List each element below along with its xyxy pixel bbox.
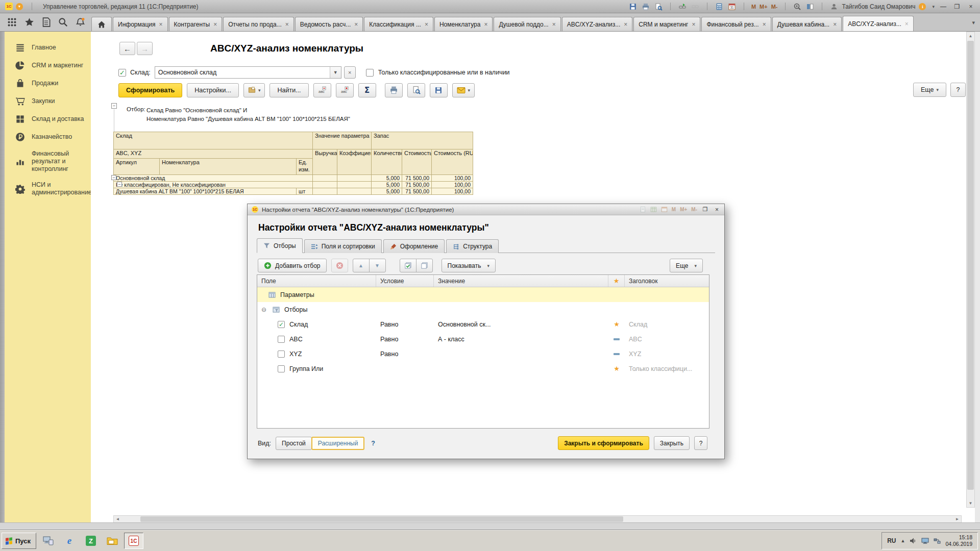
- show-mode-button[interactable]: Показывать ▾: [442, 259, 496, 272]
- tab-informaciya[interactable]: Информация×: [113, 17, 168, 31]
- generate-button[interactable]: Сформировать: [118, 83, 182, 97]
- row-toggle-unclassified[interactable]: −: [117, 182, 122, 187]
- restore-button[interactable]: ❐: [952, 3, 962, 10]
- dialog-memory-m[interactable]: M: [672, 207, 676, 212]
- sidebar-item-finrezultat[interactable]: Финансовый результат и контроллинг: [5, 146, 91, 177]
- memory-mplus-button[interactable]: M+: [760, 4, 768, 10]
- row-checkbox-checked[interactable]: ✓: [278, 321, 285, 328]
- tab-close-icon[interactable]: ×: [763, 22, 766, 27]
- sidebar-item-prodazhi[interactable]: Продажи: [5, 74, 91, 92]
- tab-close-icon[interactable]: ×: [905, 21, 909, 27]
- dialog-calendar-icon[interactable]: [661, 206, 668, 213]
- dialog-doc-icon[interactable]: [640, 206, 646, 213]
- report-variants-button[interactable]: ▾: [243, 83, 265, 97]
- network-icon[interactable]: [934, 538, 941, 544]
- sum-button[interactable]: Σ: [358, 83, 376, 97]
- cell-qty[interactable]: 5,000: [372, 182, 402, 188]
- tab-close-icon[interactable]: ×: [159, 22, 162, 27]
- tab-dushevoj-poddon[interactable]: Душевой поддо...×: [494, 17, 560, 31]
- report-more-button[interactable]: Еще ▾: [913, 83, 946, 97]
- split-view-icon[interactable]: [805, 2, 815, 11]
- tab-klassifikaciya[interactable]: Классификация ...×: [364, 17, 433, 31]
- taskbar-z-app-icon[interactable]: Z: [81, 533, 101, 549]
- start-button[interactable]: Пуск: [2, 533, 36, 549]
- move-up-button[interactable]: ▲: [353, 259, 370, 272]
- row-checkbox[interactable]: [278, 336, 285, 343]
- cell-header[interactable]: Склад: [625, 317, 709, 332]
- taskbar-folder-icon[interactable]: [103, 533, 122, 549]
- calculator-icon[interactable]: [715, 2, 724, 11]
- dialog-close-button-bottom[interactable]: Закрыть: [654, 436, 690, 450]
- table-row-group-unclassified[interactable]: Не классифицирован, Не классифицирован: [114, 182, 313, 188]
- vertical-scrollbar[interactable]: ▲ ▼: [966, 32, 975, 508]
- table-row-group-warehouse[interactable]: Основновной склад: [114, 175, 313, 182]
- memory-mminus-button[interactable]: M-: [771, 4, 778, 10]
- sidebar-item-crm[interactable]: CRM и маркетинг: [5, 57, 91, 74]
- tab-close-icon[interactable]: ×: [425, 22, 428, 27]
- minimize-button[interactable]: —: [938, 3, 948, 10]
- close-button[interactable]: ×: [966, 3, 976, 10]
- tab-overflow-icon[interactable]: ▾: [972, 19, 980, 31]
- dialog-tab-polya[interactable]: Поля и сортировки: [304, 239, 382, 253]
- taskbar-ie-icon[interactable]: e: [60, 533, 79, 549]
- add-filter-button[interactable]: Добавить отбор: [258, 259, 327, 272]
- tab-crm-marketing[interactable]: CRM и маркетинг×: [633, 17, 700, 31]
- cell-pct[interactable]: 100,00: [432, 175, 473, 182]
- combo-dropdown-icon[interactable]: ▼: [330, 67, 341, 78]
- dialog-tab-otbory[interactable]: Отборы: [257, 238, 303, 253]
- cell-value[interactable]: [434, 361, 608, 376]
- dialog-maximize-button[interactable]: ❐: [701, 206, 709, 213]
- sidebar-item-nsi[interactable]: НСИ и администрирование: [5, 177, 91, 201]
- table-row-item[interactable]: Душевая кабина ALT ВМ "100" 100*100*215 …: [114, 188, 297, 195]
- scroll-up-icon[interactable]: ▲: [967, 32, 974, 40]
- memory-m-button[interactable]: M: [751, 4, 756, 10]
- language-indicator[interactable]: RU: [887, 537, 896, 544]
- only-classified-checkbox[interactable]: [366, 69, 374, 77]
- cell-condition[interactable]: [376, 361, 434, 376]
- filters-row-xyz[interactable]: XYZ Равно XYZ: [257, 346, 709, 361]
- back-button[interactable]: ←: [119, 42, 135, 55]
- view-help-icon[interactable]: ?: [371, 440, 375, 447]
- dialog-memory-mminus[interactable]: M-: [691, 207, 697, 212]
- calendar-icon[interactable]: 31: [727, 2, 737, 11]
- cell-cost[interactable]: 71 500,00: [402, 182, 432, 188]
- cell-pct[interactable]: 100,00: [432, 182, 473, 188]
- notifications-bell-icon[interactable]: [76, 17, 85, 27]
- save-icon[interactable]: [628, 2, 638, 11]
- scroll-down-icon[interactable]: ▼: [967, 499, 974, 507]
- tab-close-icon[interactable]: ×: [692, 22, 695, 27]
- apps-grid-icon[interactable]: [7, 17, 17, 27]
- cell-condition[interactable]: Равно: [376, 317, 434, 332]
- warehouse-clear-button[interactable]: ×: [344, 66, 356, 79]
- dialog-help-button[interactable]: ?: [694, 436, 707, 450]
- cell-value[interactable]: [434, 346, 608, 361]
- filters-row-otbory-group[interactable]: ⊖ Отборы: [257, 302, 709, 317]
- filters-row-parameters[interactable]: Параметры: [257, 287, 709, 302]
- tab-close-icon[interactable]: ×: [285, 22, 289, 27]
- filters-row-sklad[interactable]: ✓ Склад Равно Основновной ск... ★ Склад: [257, 317, 709, 332]
- tab-abc-xyz-analiz-2-active[interactable]: ABC/XYZ-анализ...×: [843, 16, 914, 31]
- check-all-button[interactable]: [400, 259, 416, 272]
- tab-close-icon[interactable]: ×: [213, 22, 217, 27]
- save-result-button[interactable]: [430, 83, 448, 97]
- add-link-icon[interactable]: [678, 2, 687, 11]
- warehouse-combobox[interactable]: Основновной склад ▼: [155, 66, 341, 79]
- cell-qty[interactable]: 5,000: [372, 188, 402, 195]
- dialog-more-button[interactable]: Еще ▾: [670, 259, 703, 272]
- cell-condition[interactable]: Равно: [376, 346, 434, 361]
- view-advanced-button[interactable]: Расширенный: [311, 437, 365, 450]
- vertical-scroll-thumb[interactable]: [967, 41, 974, 490]
- tab-close-icon[interactable]: ×: [354, 22, 358, 27]
- get-link-icon[interactable]: [691, 2, 700, 11]
- cell-cost[interactable]: 71 500,00: [402, 188, 432, 195]
- horizontal-scroll-thumb[interactable]: [140, 516, 623, 522]
- move-down-button[interactable]: ▼: [369, 259, 386, 272]
- info-dropdown-icon[interactable]: ▾: [932, 4, 935, 9]
- preview-button[interactable]: [407, 83, 425, 97]
- tab-kontragenty[interactable]: Контрагенты×: [169, 17, 223, 31]
- search-icon[interactable]: [58, 17, 68, 27]
- sidebar-item-zakupki[interactable]: Закупки: [5, 92, 91, 110]
- tray-expand-icon[interactable]: ▲: [901, 538, 905, 543]
- cell-value[interactable]: Основновной ск...: [434, 317, 608, 332]
- view-simple-button[interactable]: Простой: [276, 437, 312, 450]
